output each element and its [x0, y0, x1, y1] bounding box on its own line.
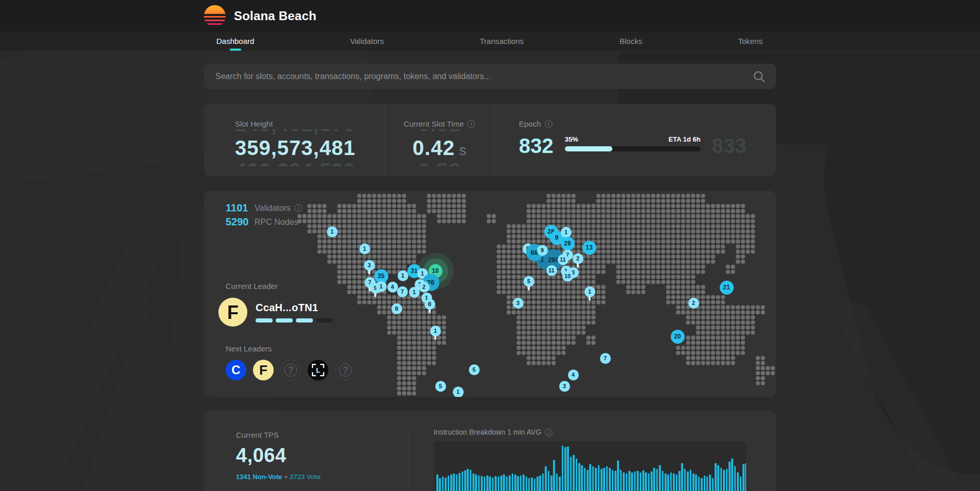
map-marker[interactable]: 5 [469, 364, 480, 375]
tab-transactions-label: Transactions [480, 37, 524, 45]
instruction-bar [734, 466, 736, 491]
instruction-bar [517, 476, 519, 491]
instruction-bar [628, 471, 630, 491]
instruction-bar [681, 463, 683, 491]
map-marker[interactable]: 2 [419, 282, 430, 293]
leader-segment [276, 318, 293, 323]
map-marker[interactable]: 29 [561, 237, 575, 251]
map-marker[interactable]: 1 [376, 281, 387, 292]
map-marker[interactable]: 4 [568, 370, 579, 380]
leader-avatar-letter: F [227, 301, 239, 324]
map-marker[interactable]: 1 [584, 286, 595, 297]
next-leaders-row: CF?L? [226, 360, 356, 380]
map-marker[interactable]: 2 [688, 298, 699, 309]
next-leader-avatar-1[interactable]: C [226, 360, 246, 380]
instruction-bar [673, 473, 675, 491]
map-marker[interactable]: 5 [435, 381, 446, 392]
active-tab-underline [230, 49, 241, 51]
sunset-logo-icon[interactable] [204, 5, 226, 27]
map-marker[interactable]: 3 [513, 298, 524, 309]
map-marker[interactable]: 4 [387, 282, 398, 293]
map-marker[interactable]: 3 [364, 260, 375, 271]
map-marker[interactable]: 1 [453, 387, 464, 397]
instruction-bar [603, 468, 605, 491]
search-icon[interactable] [752, 70, 766, 83]
map-marker[interactable]: 1 [398, 270, 408, 281]
next-leader-avatar-3[interactable]: ? [280, 360, 301, 380]
map-marker[interactable]: 3 [559, 381, 570, 392]
validator-map-card: 1101 Validators i 5290 RPC Nodes Current… [204, 191, 776, 397]
map-marker[interactable]: 1 [430, 326, 441, 336]
instruction-bar [495, 476, 497, 491]
instruction-bar [706, 477, 708, 491]
slot-time-odometer: 0.31 0.42 s 0.58 [385, 129, 494, 166]
tab-dashboard[interactable]: Dashboard [216, 34, 254, 49]
brand-name: Solana Beach [234, 9, 317, 23]
map-marker[interactable]: 5 [524, 276, 534, 287]
instruction-bar [442, 477, 444, 491]
slot-time-section: Current Slot Time i 0.31 0.42 s 0.58 [385, 104, 494, 176]
instruction-bar [472, 473, 475, 491]
tps-card: Current TPS 4,064 1341 Non-Vote + 2723 V… [204, 411, 776, 491]
instruction-bar [506, 477, 508, 491]
app-header: Solana Beach [0, 0, 980, 32]
instruction-bar [742, 464, 745, 491]
ledger-bracket-icon: L [312, 364, 324, 376]
current-tps-label: Current TPS [236, 431, 321, 439]
instruction-breakdown-info-icon[interactable]: i [545, 428, 552, 436]
map-marker[interactable]: 1 [327, 226, 338, 237]
instruction-bar [564, 447, 566, 491]
map-marker[interactable]: 13 [582, 241, 596, 255]
map-marker[interactable]: 8 [424, 299, 435, 310]
instruction-bar [539, 475, 541, 491]
next-leader-avatar-4[interactable]: L [308, 360, 328, 380]
instruction-bar [600, 469, 603, 491]
instruction-bar [562, 446, 564, 491]
slot-time-info-icon[interactable]: i [467, 120, 475, 128]
instruction-bar [653, 468, 655, 491]
map-marker[interactable]: 8 [391, 303, 402, 314]
map-marker[interactable]: 11 [558, 254, 568, 265]
map-marker[interactable]: 7 [600, 353, 611, 364]
map-marker[interactable]: 9 [537, 245, 548, 256]
map-marker[interactable]: 1 [359, 243, 370, 254]
instruction-bar [512, 473, 514, 491]
next-leader-avatar-2[interactable]: F [253, 360, 274, 380]
map-marker[interactable]: 1 [409, 287, 420, 298]
map-marker[interactable]: 21 [720, 281, 734, 295]
card-divider [408, 429, 409, 491]
tab-validators[interactable]: Validators [350, 34, 384, 49]
map-marker[interactable]: 20 [671, 330, 685, 344]
marker-stem [434, 335, 436, 340]
slot-time-ghost-top: 0.31 [385, 129, 494, 136]
map-marker[interactable]: 1 [561, 227, 572, 238]
next-leader-avatar-5[interactable]: ? [335, 360, 356, 380]
epoch-eta: ETA 1d 6h [669, 135, 701, 143]
map-marker[interactable]: 10 [562, 271, 573, 282]
instruction-bar [595, 468, 597, 491]
tab-tokens[interactable]: Tokens [738, 34, 763, 49]
instruction-bar [500, 475, 502, 491]
validators-info-icon[interactable]: i [294, 204, 302, 212]
instruction-bar [548, 471, 550, 491]
epoch-section: Epoch i 832 35% ETA 1d 6h 833 [494, 104, 776, 176]
map-marker[interactable]: 11 [546, 265, 557, 276]
search-input[interactable] [215, 72, 752, 81]
instruction-bar [698, 477, 700, 491]
current-leader-avatar[interactable]: F [218, 298, 247, 327]
epoch-info-icon[interactable]: i [545, 120, 552, 128]
epoch-current-value: 832 [519, 134, 554, 157]
map-marker[interactable]: 7 [397, 286, 408, 297]
instruction-bar [659, 465, 661, 491]
instruction-breakdown-chart[interactable] [434, 441, 746, 491]
tab-blocks[interactable]: Blocks [620, 34, 642, 49]
map-marker[interactable]: 2 [573, 253, 583, 264]
marker-stem [429, 309, 431, 313]
instruction-bar [545, 466, 547, 491]
instruction-bar [456, 474, 458, 491]
tab-transactions[interactable]: Transactions [480, 34, 524, 49]
current-leader-name[interactable]: CcaH...oTN1 [256, 302, 333, 314]
current-tps-value: 4,064 [236, 444, 321, 467]
non-vote-count-link[interactable]: 1341 Non-Vote [236, 473, 282, 481]
instruction-bar [667, 474, 669, 491]
